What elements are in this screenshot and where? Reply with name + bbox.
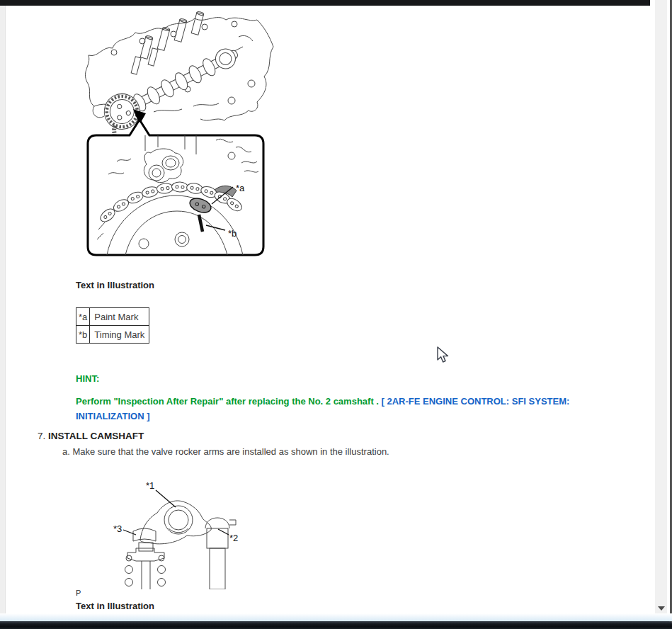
substep-text: Make sure that the valve rocker arms are… [72, 446, 389, 457]
text-in-illustration-heading-1: Text in Illustration [76, 280, 154, 290]
camshaft-drawing [98, 38, 245, 136]
text-in-illustration-heading-2: Text in Illustration [76, 601, 154, 611]
substep-a: a. Make sure that the valve rocker arms … [62, 446, 389, 457]
rocker-arm-drawing [125, 501, 237, 589]
page-mark-p: P [76, 589, 81, 597]
table-row: *b Timing Mark [76, 326, 149, 344]
bottom-fade-strip [0, 613, 672, 621]
scrollbar-down-arrow-icon[interactable] [658, 606, 665, 611]
figure2-label-2: *2 [229, 533, 238, 543]
figure2-label-3: *3 [113, 523, 122, 534]
label-2-leader [218, 529, 229, 535]
hint-label: HINT: [76, 373, 99, 384]
window-top-bar [0, 0, 650, 6]
step-7-heading: 7. INSTALL CAMSHAFT [38, 431, 144, 441]
window-left-edge [0, 6, 6, 615]
step-title: INSTALL CAMSHAFT [48, 431, 144, 441]
window-bottom-bar [0, 621, 672, 629]
step-number: 7. [38, 431, 45, 441]
figure1-label-b: *b [228, 228, 237, 239]
substep-letter: a. [62, 446, 70, 457]
vertical-scrollbar[interactable] [655, 0, 667, 613]
valve-studs [131, 11, 204, 74]
figure1-label-a: *a [236, 183, 245, 193]
legend-key: *b [76, 326, 90, 344]
legend-value: Timing Mark [90, 326, 149, 344]
camshaft-overview-illustration: *a *b [74, 6, 280, 261]
table-row: *a Paint Mark [76, 308, 149, 326]
mouse-cursor [436, 346, 453, 365]
figure2-label-1: *1 [146, 480, 154, 491]
illustration-legend-table: *a Paint Mark *b Timing Mark [76, 307, 149, 344]
hint-paragraph: Perform "Inspection After Repair" after … [76, 394, 580, 424]
hint-text: Perform "Inspection After Repair" after … [76, 396, 382, 407]
rocker-arm-illustration: *1 *3 *2 [99, 479, 251, 589]
legend-value: Paint Mark [90, 308, 149, 326]
legend-key: *a [76, 308, 90, 326]
